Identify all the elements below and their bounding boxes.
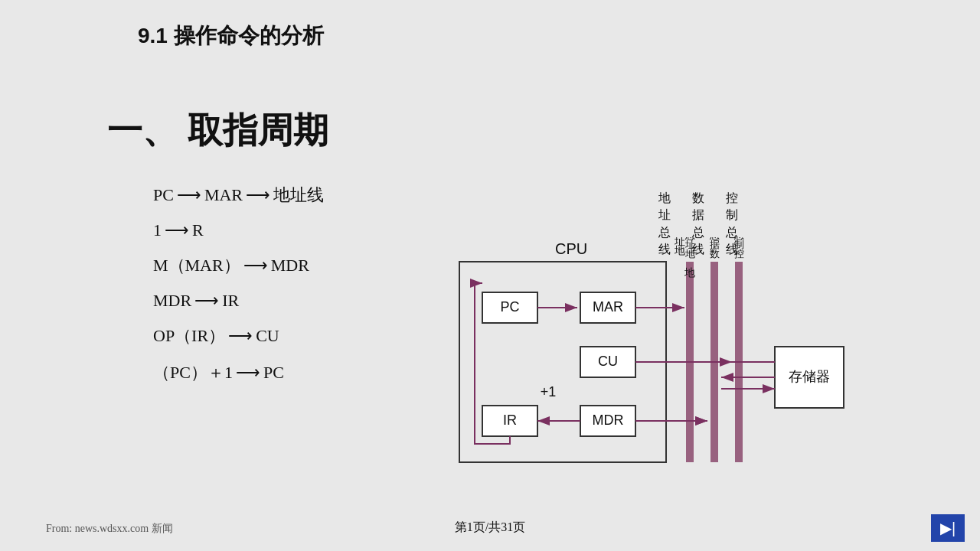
- cpu-diagram: CPU 地 址 地 地址总线 PC MAR CU IR MDR: [444, 237, 873, 474]
- svg-text:MAR: MAR: [593, 299, 623, 315]
- formula-5: OP（IR）⟶CU: [153, 324, 324, 347]
- formula-3: M（MAR）⟶MDR: [153, 254, 324, 277]
- slide: 9.1 操作命令的分析 一、 取指周期 PC ⟶ MAR ⟶地址线 1 ⟶R M…: [0, 0, 980, 551]
- next-button[interactable]: ▶|: [931, 514, 965, 542]
- header-title: 9.1 操作命令的分析: [138, 21, 324, 51]
- svg-text:PC: PC: [500, 299, 519, 315]
- formulas-container: PC ⟶ MAR ⟶地址线 1 ⟶R M（MAR）⟶MDR MDR ⟶IR OP…: [153, 184, 324, 384]
- svg-text:存储器: 存储器: [789, 369, 830, 384]
- formula-4: MDR ⟶IR: [153, 291, 324, 311]
- svg-text:+1: +1: [541, 384, 557, 399]
- data-bus-label: 数据总线: [692, 190, 704, 259]
- next-icon: ▶|: [940, 519, 956, 537]
- footer-page: 第1页/共31页: [455, 520, 525, 536]
- svg-text:IR: IR: [503, 412, 517, 428]
- control-bus-label: 控制总线: [726, 190, 738, 259]
- svg-text:CU: CU: [598, 354, 618, 369]
- formula-1: PC ⟶ MAR ⟶地址线: [153, 184, 324, 207]
- formula-2: 1 ⟶R: [153, 220, 324, 240]
- section-title: 一、 取指周期: [107, 107, 328, 155]
- bus-labels: 地址总线 数据总线 控制总线: [658, 190, 738, 259]
- svg-text:MDR: MDR: [593, 412, 624, 428]
- footer-source: From: news.wdsxx.com 新闻: [46, 522, 173, 536]
- cpu-label: CPU: [555, 240, 587, 257]
- formula-6: （PC）＋1 ⟶ PC: [153, 361, 324, 384]
- address-bus-label: 地址总线: [658, 190, 671, 259]
